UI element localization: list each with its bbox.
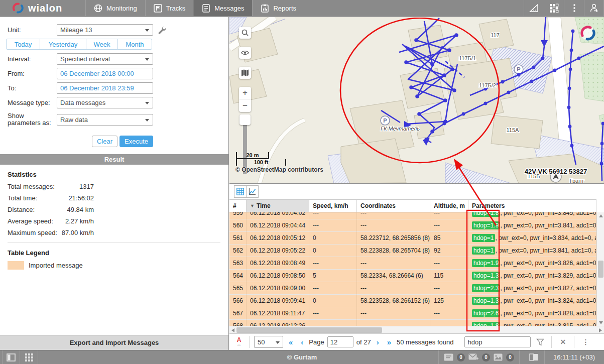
wrench-icon[interactable] bbox=[158, 26, 166, 34]
more-menu-icon[interactable] bbox=[564, 0, 584, 16]
prev-page-button[interactable]: ‹ bbox=[298, 338, 306, 346]
next-page-button[interactable]: › bbox=[374, 338, 382, 346]
column-header-parameters[interactable]: Parameters bbox=[468, 200, 596, 212]
notices-icon[interactable] bbox=[444, 353, 453, 361]
wialon-logo[interactable]: wialon bbox=[0, 0, 85, 16]
vertical-scrollbar[interactable] bbox=[596, 212, 604, 326]
table-row[interactable]: 565 06.12.2018 09:09:00 --- --- --- hdop… bbox=[229, 282, 596, 295]
font-size-button[interactable]: A↔ bbox=[233, 337, 245, 346]
stat-total-time: Total time:21:56:02 bbox=[8, 194, 94, 202]
page-label: Page bbox=[309, 338, 324, 346]
column-header-altitude[interactable]: Altitude, m bbox=[430, 200, 468, 212]
search-icon bbox=[241, 29, 249, 36]
table-row[interactable]: 566 06.12.2018 09:09:41 0 58.223528, 68.… bbox=[229, 295, 596, 307]
column-header-time[interactable]: ▼Time bbox=[247, 200, 309, 212]
interval-select[interactable]: Specified interval bbox=[57, 53, 153, 65]
cell-altitude: --- bbox=[430, 282, 468, 295]
cell-altitude: 115 bbox=[430, 270, 468, 282]
svg-text:P: P bbox=[383, 117, 387, 124]
table-row[interactable]: 568 06.12.2018 09:12:26 hdop=1.8, pwr_ex… bbox=[229, 320, 596, 326]
scroll-up-icon[interactable] bbox=[599, 214, 603, 217]
clear-filter-button[interactable]: ✕ bbox=[556, 338, 569, 346]
parameter-search-input[interactable] bbox=[464, 336, 531, 347]
page-number-input[interactable] bbox=[327, 336, 353, 347]
grant-label: Грант bbox=[570, 178, 584, 183]
tab-tracks[interactable]: Tracks bbox=[145, 0, 194, 16]
table-row[interactable]: 559 06.12.2018 09:04:02 --- --- --- hdop… bbox=[229, 212, 596, 219]
svg-text:P: P bbox=[517, 66, 520, 72]
vertical-scroll-thumb[interactable] bbox=[598, 261, 603, 278]
apps-button[interactable] bbox=[20, 350, 38, 364]
cell-number: 564 bbox=[229, 270, 247, 282]
scroll-right-icon[interactable] bbox=[599, 328, 602, 332]
first-page-button[interactable]: « bbox=[286, 338, 295, 346]
chart-view-button[interactable] bbox=[246, 185, 259, 198]
quick-month-button[interactable]: Month bbox=[117, 39, 152, 50]
unit-name-label: 42V VK 56912 53827 bbox=[525, 168, 587, 175]
quick-interval-group: Today Yesterday Week Month bbox=[6, 39, 153, 50]
execute-button[interactable]: Execute bbox=[119, 136, 153, 147]
map-area[interactable]: P P bbox=[229, 17, 604, 183]
wialon-logo-icon bbox=[12, 2, 24, 14]
table-view-button[interactable] bbox=[234, 185, 247, 198]
to-label: To: bbox=[8, 85, 57, 92]
building-label-117b1: 117Б/1 bbox=[459, 55, 476, 61]
export-import-messages-button[interactable]: Export and Import Messages bbox=[0, 335, 228, 350]
page-count-label: of 27 bbox=[356, 338, 371, 346]
horizontal-scroll-thumb[interactable] bbox=[236, 327, 382, 333]
cell-number: 562 bbox=[229, 245, 247, 257]
zoom-in-button[interactable]: + bbox=[239, 87, 251, 99]
column-header-coordinates[interactable]: Coordinates bbox=[357, 200, 430, 212]
map-layers-button[interactable] bbox=[239, 67, 251, 79]
media-icon[interactable] bbox=[494, 353, 503, 361]
to-date-input[interactable]: 06 December 2018 23:59 bbox=[57, 82, 153, 94]
map-visibility-button[interactable] bbox=[239, 47, 251, 59]
filter-button[interactable] bbox=[534, 338, 547, 346]
message-type-select[interactable]: Data messages bbox=[57, 97, 153, 108]
divider bbox=[551, 336, 552, 348]
table-options-icon[interactable]: ⋮ bbox=[579, 338, 592, 346]
quick-today-button[interactable]: Today bbox=[6, 39, 40, 50]
show-parameters-select[interactable]: Raw data bbox=[57, 114, 153, 126]
zoom-out-button[interactable]: − bbox=[239, 99, 251, 112]
scroll-left-icon[interactable] bbox=[231, 328, 234, 332]
column-header-number[interactable]: # bbox=[229, 200, 247, 212]
zoom-slider-handle[interactable] bbox=[239, 114, 251, 125]
tab-messages[interactable]: Messages bbox=[193, 0, 252, 16]
tab-monitoring[interactable]: Monitoring bbox=[85, 0, 145, 16]
table-row[interactable]: 563 06.12.2018 09:08:49 --- --- --- hdop… bbox=[229, 257, 596, 270]
cell-coordinates bbox=[357, 320, 430, 326]
help-book-icon[interactable] bbox=[523, 350, 545, 364]
scroll-down-icon[interactable] bbox=[599, 321, 603, 324]
page-size-select[interactable]: 50 bbox=[254, 336, 283, 348]
clear-button[interactable]: Clear bbox=[92, 136, 117, 147]
building-label-117b2: 117Б/2 bbox=[479, 82, 496, 88]
table-row[interactable]: 564 06.12.2018 09:08:50 5 58.22334, 68.2… bbox=[229, 270, 596, 282]
table-row[interactable]: 561 06.12.2018 09:05:12 0 58.223712, 68.… bbox=[229, 232, 596, 245]
cell-time: 06.12.2018 09:12:26 bbox=[247, 320, 309, 326]
map-search-button[interactable] bbox=[239, 27, 251, 39]
unit-select[interactable]: Mileage 13 bbox=[57, 24, 153, 36]
wialon-spinner-icon bbox=[581, 26, 595, 40]
ruler-tool-icon[interactable] bbox=[524, 0, 544, 16]
last-page-button[interactable]: » bbox=[385, 338, 394, 346]
from-date-input[interactable]: 06 December 2018 00:00 bbox=[57, 68, 153, 79]
table-row[interactable]: 562 06.12.2018 09:05:22 0 58.223828, 68.… bbox=[229, 245, 596, 257]
scale-meters: 20 m bbox=[236, 152, 269, 159]
cell-time: 06.12.2018 09:09:00 bbox=[247, 282, 309, 295]
user-logout-icon[interactable] bbox=[584, 0, 604, 16]
quick-week-button[interactable]: Week bbox=[86, 39, 118, 50]
horizontal-scrollbar[interactable] bbox=[229, 326, 604, 333]
map-scale: 20 m 100 ft bbox=[236, 152, 286, 166]
toggle-panel-button[interactable] bbox=[2, 350, 20, 364]
table-row[interactable]: 560 06.12.2018 09:04:44 --- --- --- hdop… bbox=[229, 219, 596, 232]
apps-grid-icon[interactable] bbox=[544, 0, 564, 16]
table-row[interactable]: 567 06.12.2018 09:11:47 --- --- --- hdop… bbox=[229, 307, 596, 320]
chevron-down-icon bbox=[145, 102, 149, 104]
mail-icon[interactable] bbox=[468, 353, 478, 361]
stat-maximum-speed: Maximum speed:87.00 km/h bbox=[8, 229, 94, 236]
funnel-icon bbox=[536, 338, 544, 346]
quick-yesterday-button[interactable]: Yesterday bbox=[40, 39, 86, 50]
column-header-speed[interactable]: Speed, km/h bbox=[309, 200, 357, 212]
tab-reports[interactable]: Reports bbox=[252, 0, 304, 16]
